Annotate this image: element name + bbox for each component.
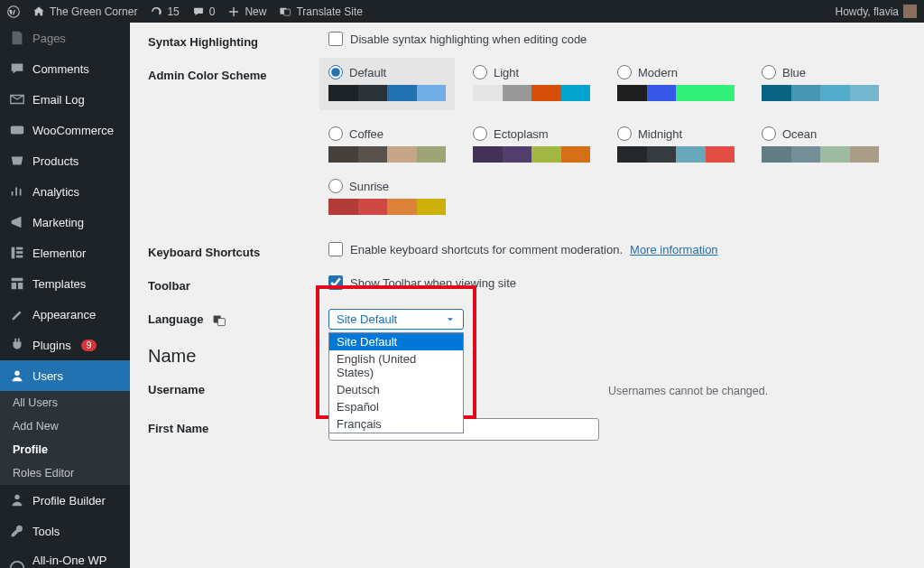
sidebar-item-email-log[interactable]: Email Log — [0, 84, 130, 115]
color-radio-sunrise[interactable] — [328, 179, 343, 193]
sidebar-item-templates[interactable]: Templates — [0, 268, 130, 299]
sidebar-item-tools[interactable]: Tools — [0, 516, 130, 546]
language-option[interactable]: Deutsch — [329, 381, 463, 398]
language-select[interactable]: Site Default — [328, 309, 464, 330]
account-link[interactable]: Howdy, flavia — [836, 5, 917, 18]
site-link[interactable]: The Green Corner — [32, 5, 137, 18]
color-option-blue[interactable]: Blue — [762, 65, 879, 110]
color-radio-ectoplasm[interactable] — [473, 126, 487, 141]
firstname-label: First Name — [148, 418, 328, 435]
color-option-ectoplasm[interactable]: Ectoplasm — [473, 126, 590, 163]
keyboard-label: Keyboard Shortcuts — [148, 242, 328, 259]
keyboard-checkbox[interactable] — [328, 242, 343, 256]
submenu-add-new[interactable]: Add New — [0, 414, 130, 438]
svg-rect-4 — [12, 247, 15, 259]
sidebar-item-users[interactable]: Users — [0, 360, 130, 391]
submenu-profile[interactable]: Profile — [0, 438, 130, 461]
plugins-badge: 9 — [81, 340, 97, 351]
sidebar-item-marketing[interactable]: Marketing — [0, 207, 130, 237]
svg-point-10 — [11, 561, 23, 568]
language-option[interactable]: Español — [329, 398, 463, 415]
sidebar-item-elementor[interactable]: Elementor — [0, 237, 130, 268]
username-description: Usernames cannot be changed. — [608, 385, 768, 397]
sidebar-item-profile-builder[interactable]: Profile Builder — [0, 485, 130, 516]
admin-bar: The Green Corner 15 0 New Translate Site… — [0, 0, 924, 23]
language-option[interactable]: Site Default — [329, 333, 463, 350]
language-option[interactable]: English (United States) — [329, 350, 463, 381]
language-label: Language — [148, 309, 328, 328]
color-radio-midnight[interactable] — [617, 126, 632, 141]
updates-link[interactable]: 15 — [150, 5, 179, 18]
sidebar-item-pages[interactable]: Pages — [0, 23, 130, 53]
sidebar-item-analytics[interactable]: Analytics — [0, 176, 130, 207]
translate-icon — [212, 313, 226, 328]
keyboard-check-text: Enable keyboard shortcuts for comment mo… — [350, 243, 623, 256]
color-radio-coffee[interactable] — [328, 126, 343, 141]
color-option-sunrise[interactable]: Sunrise — [328, 179, 446, 215]
color-option-default[interactable]: Default — [319, 58, 455, 110]
color-radio-ocean[interactable] — [762, 126, 776, 141]
color-scheme-label: Admin Color Scheme — [148, 65, 328, 82]
wp-logo-icon[interactable] — [7, 5, 20, 18]
admin-sidebar: Pages Comments Email Log WooCommerce Pro… — [0, 23, 130, 568]
sidebar-item-comments[interactable]: Comments — [0, 53, 130, 84]
users-submenu: All Users Add New Profile Roles Editor — [0, 391, 130, 485]
comments-link[interactable]: 0 — [192, 5, 216, 18]
svg-point-9 — [14, 495, 19, 499]
svg-rect-3 — [11, 126, 23, 135]
username-label: Username — [148, 379, 328, 396]
keyboard-more-link[interactable]: More information — [630, 243, 718, 256]
svg-rect-7 — [16, 256, 23, 258]
language-dropdown: Site Default English (United States) Deu… — [328, 332, 464, 433]
content-area: Syntax Highlighting Disable syntax highl… — [130, 23, 924, 568]
sidebar-item-appearance[interactable]: Appearance — [0, 299, 130, 330]
svg-point-8 — [14, 371, 19, 376]
chevron-down-icon — [445, 314, 456, 325]
color-radio-modern[interactable] — [617, 65, 632, 79]
avatar — [903, 5, 917, 18]
sidebar-item-plugins[interactable]: Plugins9 — [0, 330, 130, 360]
toolbar-label: Toolbar — [148, 275, 328, 293]
toolbar-check-text: Show Toolbar when viewing site — [350, 276, 516, 290]
name-heading: Name — [148, 346, 906, 367]
sidebar-item-products[interactable]: Products — [0, 145, 130, 176]
submenu-all-users[interactable]: All Users — [0, 391, 130, 414]
color-radio-blue[interactable] — [762, 65, 776, 79]
toolbar-checkbox[interactable] — [328, 275, 343, 290]
color-option-midnight[interactable]: Midnight — [617, 126, 735, 163]
svg-rect-12 — [217, 318, 225, 325]
syntax-label: Syntax Highlighting — [148, 32, 328, 49]
svg-rect-2 — [284, 9, 291, 15]
language-option[interactable]: Français — [329, 415, 463, 433]
color-option-light[interactable]: Light — [473, 65, 590, 110]
submenu-roles-editor[interactable]: Roles Editor — [0, 461, 130, 485]
color-option-ocean[interactable]: Ocean — [762, 126, 879, 163]
color-option-modern[interactable]: Modern — [617, 65, 735, 110]
sidebar-item-aio[interactable]: All-in-One WP Migration — [0, 546, 130, 568]
sidebar-item-woocommerce[interactable]: WooCommerce — [0, 115, 130, 145]
translate-link[interactable]: Translate Site — [279, 5, 363, 18]
syntax-checkbox[interactable] — [328, 32, 343, 46]
svg-rect-6 — [16, 251, 23, 254]
color-option-coffee[interactable]: Coffee — [328, 126, 446, 163]
syntax-check-text: Disable syntax highlighting when editing… — [350, 33, 587, 46]
new-link[interactable]: New — [227, 5, 266, 18]
color-radio-light[interactable] — [473, 65, 487, 79]
color-radio-default[interactable] — [328, 65, 343, 79]
svg-rect-5 — [16, 247, 23, 250]
